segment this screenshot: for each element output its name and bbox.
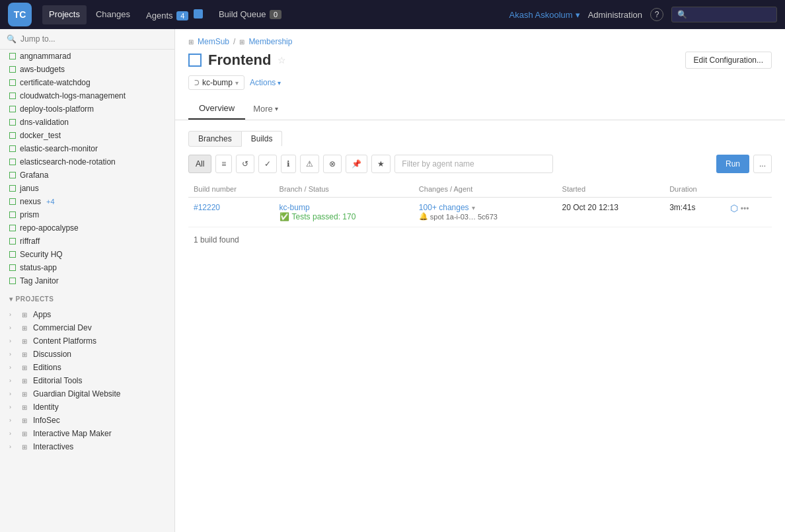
breadcrumb-memsub[interactable]: MemSub bbox=[198, 37, 229, 46]
branch-dropdown[interactable]: Ↄ kc-bump ▾ bbox=[188, 75, 244, 90]
edit-configuration-button[interactable]: Edit Configuration... bbox=[685, 52, 772, 69]
project-grid-icon: ⊞ bbox=[20, 430, 29, 437]
tab-overview[interactable]: Overview bbox=[188, 98, 245, 120]
tab-builds[interactable]: Builds bbox=[242, 131, 283, 147]
sidebar-item[interactable]: Grafana bbox=[0, 169, 174, 182]
item-status-icon bbox=[9, 159, 16, 165]
filter-running-button[interactable]: ↺ bbox=[236, 155, 254, 173]
tab-more[interactable]: More ▾ bbox=[245, 98, 286, 119]
chevron-down-icon: ▾ bbox=[576, 10, 580, 20]
breadcrumb-membership[interactable]: Membership bbox=[248, 37, 292, 46]
project-grid-icon: ⊞ bbox=[20, 351, 29, 358]
tab-branches[interactable]: Branches bbox=[188, 131, 242, 147]
item-badge: +4 bbox=[46, 198, 55, 206]
project-item[interactable]: › ⊞ Discussion bbox=[0, 348, 174, 361]
chevron-right-icon: › bbox=[9, 311, 16, 318]
branch-icon: Ↄ bbox=[194, 79, 200, 87]
project-item[interactable]: › ⊞ Interactives bbox=[0, 440, 174, 453]
main-layout: 🔍 angnammarad aws-budgets certificate-wa… bbox=[0, 29, 785, 532]
more-options-button[interactable]: ... bbox=[753, 155, 772, 173]
chevron-right-icon: › bbox=[9, 338, 16, 344]
filter-info-button[interactable]: ℹ bbox=[281, 155, 296, 173]
sidebar-search-bar: 🔍 bbox=[0, 29, 174, 50]
builds-area: Branches Builds All ≡ ↺ ✓ ℹ ⚠ ⊗ 📌 ★ Run bbox=[175, 120, 785, 263]
filter-queued-button[interactable]: ≡ bbox=[215, 155, 232, 173]
projects-header[interactable]: ▾ PROJECTS bbox=[9, 293, 168, 305]
nav-search-input[interactable] bbox=[691, 10, 770, 19]
sidebar-search-input[interactable] bbox=[20, 34, 168, 44]
filter-all-button[interactable]: All bbox=[188, 155, 211, 173]
item-status-icon bbox=[9, 225, 16, 231]
chevron-right-icon: › bbox=[9, 417, 16, 424]
sidebar-item[interactable]: dns-validation bbox=[0, 116, 174, 129]
changes-link[interactable]: 100+ changes ▾ bbox=[419, 203, 552, 212]
sidebar-item[interactable]: docker_test bbox=[0, 129, 174, 142]
stack-layers-icon[interactable]: ⬡ bbox=[730, 203, 738, 213]
nav-link-buildqueue[interactable]: Build Queue 0 bbox=[212, 5, 288, 24]
sidebar-item[interactable]: prism bbox=[0, 208, 174, 221]
project-item[interactable]: › ⊞ Guardian Digital Website bbox=[0, 387, 174, 400]
agent-filter-input[interactable] bbox=[394, 155, 553, 173]
nav-user[interactable]: Akash Askoolum ▾ bbox=[509, 10, 580, 20]
nav-admin[interactable]: Administration bbox=[588, 10, 642, 20]
agents-label: Agents bbox=[146, 11, 172, 20]
sidebar-item[interactable]: Tag Janitor bbox=[0, 274, 174, 287]
project-item[interactable]: › ⊞ Editions bbox=[0, 361, 174, 374]
sidebar-item[interactable]: elastic-search-monitor bbox=[0, 142, 174, 155]
project-item[interactable]: › ⊞ Interactive Map Maker bbox=[0, 427, 174, 440]
item-status-icon bbox=[9, 66, 16, 73]
project-item-label: Interactive Map Maker bbox=[33, 429, 112, 438]
sidebar-item[interactable]: elasticsearch-node-rotation bbox=[0, 155, 174, 169]
filter-warning-button[interactable]: ⚠ bbox=[300, 155, 319, 173]
build-number-link[interactable]: #12220 bbox=[194, 203, 220, 212]
branch-status-cell: kc-bump ✅ Tests passed: 170 bbox=[274, 198, 414, 227]
started-cell: 20 Oct 20 12:13 bbox=[557, 198, 665, 227]
sidebar-item[interactable]: angnammarad bbox=[0, 50, 174, 63]
sidebar-item-label: Grafana bbox=[20, 171, 48, 180]
branch-name-link[interactable]: kc-bump bbox=[280, 203, 310, 212]
filter-error-button[interactable]: ⊗ bbox=[323, 155, 342, 173]
col-branch-status: Branch / Status bbox=[274, 181, 414, 198]
run-button[interactable]: Run bbox=[716, 155, 749, 173]
table-row: #12220 kc-bump ✅ Tests passed: 170 bbox=[188, 198, 772, 227]
filter-pinned-button[interactable]: 📌 bbox=[346, 155, 367, 173]
filter-success-button[interactable]: ✓ bbox=[258, 155, 277, 173]
sidebar-item[interactable]: repo-apocalypse bbox=[0, 221, 174, 235]
favorite-star-icon[interactable]: ☆ bbox=[278, 55, 286, 65]
nav-link-changes[interactable]: Changes bbox=[89, 5, 137, 24]
sidebar-item[interactable]: certificate-watchdog bbox=[0, 76, 174, 89]
top-nav: TC Projects Changes Agents 4 Build Queue… bbox=[0, 0, 785, 29]
sidebar-item-label: angnammarad bbox=[20, 52, 71, 61]
nav-logo[interactable]: TC bbox=[8, 3, 32, 26]
chevron-right-icon: › bbox=[9, 351, 16, 358]
row-more-button[interactable]: ••• bbox=[741, 204, 749, 213]
col-actions bbox=[725, 181, 772, 198]
sidebar-item[interactable]: janus bbox=[0, 182, 174, 195]
item-status-icon bbox=[9, 119, 16, 126]
project-item[interactable]: › ⊞ InfoSec bbox=[0, 414, 174, 427]
chevron-down-icon: ▾ bbox=[275, 105, 278, 112]
project-item[interactable]: › ⊞ Identity bbox=[0, 400, 174, 414]
nav-link-agents[interactable]: Agents 4 bbox=[139, 5, 209, 24]
project-item[interactable]: › ⊞ Apps bbox=[0, 308, 174, 321]
project-item[interactable]: › ⊞ Commercial Dev bbox=[0, 321, 174, 334]
nav-search-box[interactable]: 🔍 bbox=[671, 7, 777, 22]
nav-help-icon[interactable]: ? bbox=[650, 8, 663, 21]
started-time: 20 Oct 20 12:13 bbox=[562, 203, 618, 212]
sidebar-item[interactable]: aws-budgets bbox=[0, 63, 174, 76]
project-grid-icon: ⊞ bbox=[20, 417, 29, 424]
sidebar-item[interactable]: cloudwatch-logs-management bbox=[0, 89, 174, 102]
actions-dropdown[interactable]: Actions ▾ bbox=[250, 78, 281, 87]
sidebar-item[interactable]: nexus +4 bbox=[0, 195, 174, 208]
agents-badge: 4 bbox=[176, 11, 188, 20]
project-item[interactable]: › ⊞ Content Platforms bbox=[0, 334, 174, 348]
sidebar-item[interactable]: deploy-tools-platform bbox=[0, 102, 174, 116]
filter-starred-button[interactable]: ★ bbox=[371, 155, 391, 173]
buildqueue-badge: 0 bbox=[270, 10, 281, 19]
project-item[interactable]: › ⊞ Editorial Tools bbox=[0, 374, 174, 387]
sidebar-item[interactable]: Security HQ bbox=[0, 248, 174, 261]
sidebar-item[interactable]: status-app bbox=[0, 261, 174, 274]
nav-link-projects[interactable]: Projects bbox=[42, 5, 87, 24]
sidebar-item[interactable]: riffraff bbox=[0, 235, 174, 248]
sidebar-item-label: aws-budgets bbox=[20, 65, 65, 74]
